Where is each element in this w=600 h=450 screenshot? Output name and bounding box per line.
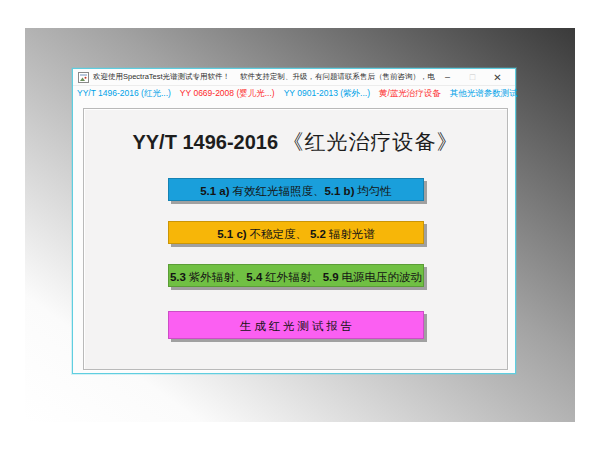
btn-effective-irradiance-uniformity[interactable]: 5.1 a) 有效红光辐照度、5.1 b) 均匀性 xyxy=(168,178,424,201)
standard-code-text: YY/T 1496-2016 xyxy=(132,131,278,153)
tab-4[interactable]: 黄/蓝光治疗设备 xyxy=(379,88,441,100)
window-title: 欢迎使用SpectraTest光谱测试专用软件！ xyxy=(93,72,230,82)
tab-2[interactable]: YY 0669-2008 (婴儿光...) xyxy=(180,88,275,100)
button-label-text: 红外辐射、 xyxy=(262,271,322,283)
button-label-text: 紫外辐射、 xyxy=(186,271,246,283)
button-label-text: 均匀性 xyxy=(354,185,391,197)
btn-generate-red-light-report[interactable]: 生 成 红 光 测 试 报 告 xyxy=(168,311,424,339)
minimize-button[interactable]: – xyxy=(435,72,460,82)
button-label-clause: 5.3 xyxy=(170,271,186,283)
content-panel: YY/T 1496-2016 《红光治疗设备》 5.1 a) 有效红光辐照度、5… xyxy=(83,108,508,370)
button-label-clause: 5.1 b) xyxy=(324,185,354,197)
tab-5[interactable]: 其他光谱参数测试 xyxy=(450,88,518,100)
page-title: YY/T 1496-2016 《红光治疗设备》 xyxy=(84,128,507,156)
button-label-text: 电源电压的波动 xyxy=(339,271,422,283)
app-icon xyxy=(78,72,89,83)
screenshot-stage: 欢迎使用SpectraTest光谱测试专用软件！ 软件支持定制、升级，有问题请联… xyxy=(0,0,600,450)
title-bar: 欢迎使用SpectraTest光谱测试专用软件！ 软件支持定制、升级，有问题请联… xyxy=(73,69,515,86)
button-label-clause: 5.2 xyxy=(310,228,326,240)
tab-3[interactable]: YY 0901-2013 (紫外...) xyxy=(284,88,370,100)
button-label-clause: 5.1 c) xyxy=(217,228,246,240)
app-window: 欢迎使用SpectraTest光谱测试专用软件！ 软件支持定制、升级，有问题请联… xyxy=(72,68,516,374)
tab-bar: YY/T 1496-2016 (红光...)YY 0669-2008 (婴儿光.… xyxy=(73,86,515,102)
standard-name-text: 《红光治疗设备》 xyxy=(283,130,459,154)
maximize-button[interactable]: □ xyxy=(460,72,485,82)
button-label-text: 生 成 红 光 测 试 报 告 xyxy=(240,320,352,332)
button-label-clause: 5.1 a) xyxy=(200,185,229,197)
tab-1[interactable]: YY/T 1496-2016 (红光...) xyxy=(77,88,171,100)
close-button[interactable]: ✕ xyxy=(485,72,510,83)
button-label-clause: 5.9 xyxy=(323,271,339,283)
btn-uv-ir-voltage-fluctuation[interactable]: 5.3 紫外辐射、5.4 红外辐射、5.9 电源电压的波动 xyxy=(168,264,424,287)
btn-instability-radiation-spectrum[interactable]: 5.1 c) 不稳定度、 5.2 辐射光谱 xyxy=(168,221,424,244)
button-label-text: 不稳定度、 xyxy=(247,228,310,240)
button-label-text: 辐射光谱 xyxy=(326,228,375,240)
button-label-text: 有效红光辐照度、 xyxy=(230,185,325,197)
button-label-clause: 5.4 xyxy=(246,271,262,283)
window-subtitle-support-info: 软件支持定制、升级，有问题请联系售后（售前咨询），电话：138203... xyxy=(240,72,435,82)
